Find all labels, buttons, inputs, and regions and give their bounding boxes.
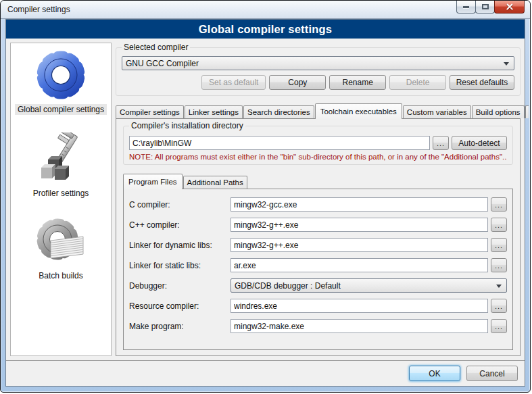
window-controls bbox=[457, 1, 525, 14]
gray-gear-papers-icon bbox=[34, 216, 87, 268]
dialog-footer: OK Cancel bbox=[6, 360, 525, 386]
tab-additional-paths[interactable]: Additional Paths bbox=[183, 176, 247, 189]
browse-make-program-button[interactable]: ... bbox=[491, 319, 507, 333]
debugger-select-value: GDB/CDB debugger : Default bbox=[235, 281, 341, 291]
tab-overflow bbox=[525, 105, 529, 118]
field-row-linker-dynamic: Linker for dynamic libs: ... bbox=[129, 238, 507, 252]
ok-button[interactable]: OK bbox=[409, 366, 460, 381]
field-label: Make program: bbox=[129, 322, 231, 331]
field-label: Linker for static libs: bbox=[129, 261, 231, 270]
tab-search-directories[interactable]: Search directories bbox=[243, 105, 314, 118]
rename-button[interactable]: Rename bbox=[329, 75, 386, 90]
browse-linker-dynamic-button[interactable]: ... bbox=[491, 238, 507, 252]
window-title: Compiler settings bbox=[7, 5, 70, 14]
dialog: Global compiler settings bbox=[5, 19, 525, 387]
installation-directory-input[interactable] bbox=[129, 136, 430, 150]
minimize-icon bbox=[463, 6, 469, 8]
installation-note: NOTE: All programs must exist either in … bbox=[129, 153, 507, 161]
linker-static-input[interactable] bbox=[231, 258, 488, 272]
close-button[interactable] bbox=[494, 1, 525, 14]
sidebar-item-label: Batch builds bbox=[36, 270, 85, 281]
reset-defaults-button[interactable]: Reset defaults bbox=[450, 75, 514, 90]
delete-button[interactable]: Delete bbox=[389, 75, 446, 90]
tab-build-options[interactable]: Build options bbox=[472, 105, 525, 118]
browse-c-compiler-button[interactable]: ... bbox=[491, 197, 507, 212]
debugger-select[interactable]: GDB/CDB debugger : Default bbox=[231, 278, 507, 293]
field-row-debugger: Debugger: GDB/CDB debugger : Default bbox=[129, 278, 507, 293]
compiler-settings-window: Compiler settings Global compiler settin… bbox=[0, 0, 531, 393]
compiler-select[interactable]: GNU GCC Compiler bbox=[122, 56, 514, 70]
compiler-select-value: GNU GCC Compiler bbox=[126, 59, 199, 68]
selected-compiler-group-label: Selected compiler bbox=[122, 43, 190, 52]
page-title: Global compiler settings bbox=[199, 23, 332, 36]
close-icon bbox=[505, 3, 514, 11]
tab-program-files[interactable]: Program Files bbox=[123, 174, 183, 189]
browse-directory-button[interactable]: ... bbox=[433, 136, 449, 150]
tab-compiler-settings[interactable]: Compiler settings bbox=[116, 105, 184, 118]
field-label: Linker for dynamic libs: bbox=[129, 241, 231, 250]
field-label: Resource compiler: bbox=[129, 301, 231, 311]
copy-button[interactable]: Copy bbox=[269, 75, 326, 90]
chevron-down-icon bbox=[504, 62, 509, 66]
field-row-make-program: Make program: ... bbox=[129, 319, 507, 333]
browse-resource-compiler-button[interactable]: ... bbox=[491, 299, 507, 313]
settings-sidebar: Global compiler settings bbox=[10, 43, 112, 356]
installation-directory-group-label: Compiler's installation directory bbox=[129, 121, 245, 130]
browse-linker-static-button[interactable]: ... bbox=[491, 258, 507, 272]
maximize-button[interactable] bbox=[475, 1, 495, 14]
auto-detect-button[interactable]: Auto-detect bbox=[452, 136, 507, 150]
installation-directory-group: Compiler's installation directory ... Au… bbox=[123, 126, 513, 165]
tab-toolchain-executables[interactable]: Toolchain executables bbox=[315, 103, 402, 119]
resource-compiler-input[interactable] bbox=[231, 299, 488, 313]
program-tabstrip: Program Files Additional Paths bbox=[123, 173, 513, 189]
maximize-icon bbox=[482, 4, 489, 9]
cpp-compiler-input[interactable] bbox=[231, 218, 488, 232]
field-label: C++ compiler: bbox=[129, 220, 231, 230]
sidebar-item-profiler-settings[interactable]: Profiler settings bbox=[30, 132, 92, 199]
cancel-button[interactable]: Cancel bbox=[466, 366, 518, 381]
linker-dynamic-input[interactable] bbox=[231, 238, 488, 252]
toolchain-executables-page: Compiler's installation directory ... Au… bbox=[116, 118, 521, 356]
caliper-cubes-icon bbox=[36, 132, 86, 185]
make-program-input[interactable] bbox=[231, 319, 488, 333]
minimize-button[interactable] bbox=[456, 1, 476, 14]
tab-custom-variables[interactable]: Custom variables bbox=[403, 105, 471, 118]
field-label: C compiler: bbox=[129, 200, 231, 210]
program-files-page: C compiler: ... C++ compiler: ... bbox=[123, 189, 513, 350]
browse-cpp-compiler-button[interactable]: ... bbox=[491, 218, 507, 232]
chevron-down-icon bbox=[496, 285, 502, 288]
field-row-linker-static: Linker for static libs: ... bbox=[129, 258, 507, 272]
blue-gear-icon bbox=[34, 49, 87, 101]
field-row-c-compiler: C compiler: ... bbox=[129, 197, 507, 212]
selected-compiler-group: Selected compiler GNU GCC Compiler Set a… bbox=[116, 47, 521, 96]
field-label: Debugger: bbox=[129, 281, 231, 291]
sidebar-item-batch-builds[interactable]: Batch builds bbox=[34, 216, 87, 281]
page-header: Global compiler settings bbox=[6, 20, 525, 39]
sidebar-item-label: Global compiler settings bbox=[15, 104, 107, 115]
sidebar-item-label: Profiler settings bbox=[30, 188, 92, 199]
field-row-resource-compiler: Resource compiler: ... bbox=[129, 299, 507, 313]
settings-tabstrip: Compiler settings Linker settings Search… bbox=[116, 103, 521, 118]
c-compiler-input[interactable] bbox=[231, 197, 488, 212]
tab-linker-settings[interactable]: Linker settings bbox=[185, 105, 243, 118]
field-row-cpp-compiler: C++ compiler: ... bbox=[129, 218, 507, 232]
titlebar[interactable]: Compiler settings bbox=[1, 1, 530, 19]
set-as-default-button[interactable]: Set as default bbox=[201, 75, 266, 90]
sidebar-item-global-compiler-settings[interactable]: Global compiler settings bbox=[15, 49, 107, 115]
